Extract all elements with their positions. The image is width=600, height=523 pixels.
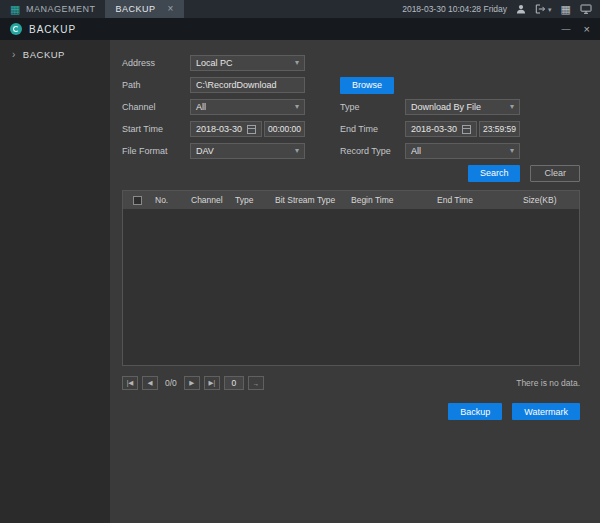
search-button[interactable]: Search bbox=[468, 165, 521, 182]
logout-icon[interactable]: ▾ bbox=[535, 4, 552, 14]
end-time-label: End Time bbox=[340, 124, 405, 134]
first-page-button[interactable]: |◀ bbox=[122, 376, 138, 390]
pagination: |◀ ◀ 0/0 ▶ ▶| 0 → There is no data. bbox=[122, 376, 580, 390]
prev-page-button[interactable]: ◀ bbox=[142, 376, 158, 390]
start-time-label: Start Time bbox=[122, 124, 190, 134]
file-format-value: DAV bbox=[196, 146, 214, 156]
backup-button[interactable]: Backup bbox=[448, 403, 502, 420]
channel-value: All bbox=[196, 102, 206, 112]
record-type-label: Record Type bbox=[340, 146, 405, 156]
end-time-input[interactable]: 23:59:59 bbox=[479, 121, 520, 137]
clear-button[interactable]: Clear bbox=[530, 165, 580, 182]
form-actions: Search Clear bbox=[122, 162, 580, 184]
record-type-select[interactable]: All ▾ bbox=[405, 143, 520, 159]
page-count-label: 0/0 bbox=[162, 378, 180, 388]
watermark-button[interactable]: Watermark bbox=[512, 403, 580, 420]
path-value: C:\RecordDownload bbox=[196, 80, 277, 90]
col-type: Type bbox=[231, 195, 271, 205]
title-bar: BACKUP — × bbox=[0, 18, 600, 40]
col-channel: Channel bbox=[187, 195, 231, 205]
backup-window: ▦ MANAGEMENT BACKUP × 2018-03-30 10:04:2… bbox=[0, 0, 600, 523]
file-format-label: File Format bbox=[122, 146, 190, 156]
form-row-format: File Format DAV ▾ Record Type All ▾ bbox=[122, 140, 580, 162]
last-page-button[interactable]: ▶| bbox=[204, 376, 220, 390]
file-format-select[interactable]: DAV ▾ bbox=[190, 143, 305, 159]
user-icon[interactable] bbox=[516, 4, 526, 14]
chevron-down-icon: ▾ bbox=[295, 147, 299, 155]
col-end-time: End Time bbox=[433, 195, 519, 205]
close-icon[interactable]: × bbox=[584, 23, 590, 35]
chevron-right-icon: › bbox=[12, 49, 16, 60]
path-input[interactable]: C:\RecordDownload bbox=[190, 77, 305, 93]
no-data-text: There is no data. bbox=[516, 378, 580, 388]
tab-management[interactable]: ▦ MANAGEMENT bbox=[0, 0, 105, 18]
sidebar-item-backup[interactable]: › BACKUP bbox=[0, 40, 110, 69]
col-size: Size(KB) bbox=[519, 195, 579, 205]
col-begin-time: Begin Time bbox=[347, 195, 433, 205]
apps-menu-icon[interactable]: ▦ bbox=[561, 4, 571, 15]
col-bitstream-type: Bit Stream Type bbox=[271, 195, 347, 205]
type-label: Type bbox=[340, 102, 405, 112]
main-panel: Address Local PC ▾ Path C:\RecordDownloa… bbox=[110, 40, 600, 523]
address-label: Address bbox=[122, 58, 190, 68]
select-all-checkbox[interactable] bbox=[133, 196, 142, 205]
path-label: Path bbox=[122, 80, 190, 90]
end-time-value: 23:59:59 bbox=[483, 124, 516, 134]
record-type-value: All bbox=[411, 146, 421, 156]
form-row-channel-type: Channel All ▾ Type Download By File ▾ bbox=[122, 96, 580, 118]
next-page-button[interactable]: ▶ bbox=[184, 376, 200, 390]
tab-close-icon[interactable]: × bbox=[167, 4, 173, 14]
go-page-button[interactable]: → bbox=[248, 376, 264, 390]
address-value: Local PC bbox=[196, 58, 233, 68]
tab-management-label: MANAGEMENT bbox=[26, 4, 96, 14]
page-number-input[interactable]: 0 bbox=[224, 376, 244, 390]
page-number-value: 0 bbox=[231, 378, 236, 388]
window-controls: — × bbox=[562, 23, 590, 35]
start-time-input[interactable]: 00:00:00 bbox=[264, 121, 305, 137]
type-value: Download By File bbox=[411, 102, 481, 112]
chevron-down-icon: ▾ bbox=[295, 103, 299, 111]
end-date-input[interactable]: 2018-03-30 bbox=[405, 121, 477, 137]
end-date-value: 2018-03-30 bbox=[411, 124, 457, 134]
monitor-icon[interactable] bbox=[580, 4, 592, 14]
type-select[interactable]: Download By File ▾ bbox=[405, 99, 520, 115]
address-select[interactable]: Local PC ▾ bbox=[190, 55, 305, 71]
channel-label: Channel bbox=[122, 102, 190, 112]
form-row-address: Address Local PC ▾ bbox=[122, 52, 580, 74]
table-body-empty bbox=[123, 209, 579, 365]
top-bar: ▦ MANAGEMENT BACKUP × 2018-03-30 10:04:2… bbox=[0, 0, 600, 18]
chevron-down-icon: ▾ bbox=[510, 103, 514, 111]
browse-button[interactable]: Browse bbox=[340, 77, 394, 94]
sidebar: › BACKUP bbox=[0, 40, 110, 523]
footer-actions: Backup Watermark bbox=[122, 403, 580, 420]
form-row-path: Path C:\RecordDownload Browse bbox=[122, 74, 580, 96]
col-no: No. bbox=[151, 195, 187, 205]
logout-caret-icon: ▾ bbox=[548, 6, 552, 13]
start-date-value: 2018-03-30 bbox=[196, 124, 242, 134]
sidebar-item-label: BACKUP bbox=[23, 49, 65, 60]
calendar-icon[interactable] bbox=[247, 125, 256, 134]
tab-backup[interactable]: BACKUP × bbox=[105, 0, 183, 18]
backup-title-icon bbox=[10, 23, 22, 35]
top-bar-right: 2018-03-30 10:04:28 Friday ▾ ▦ bbox=[402, 0, 600, 18]
page-title: BACKUP bbox=[29, 24, 76, 35]
apps-grid-icon: ▦ bbox=[10, 4, 21, 15]
chevron-down-icon: ▾ bbox=[295, 59, 299, 67]
form-row-time: Start Time 2018-03-30 00:00:00 End Time … bbox=[122, 118, 580, 140]
start-date-input[interactable]: 2018-03-30 bbox=[190, 121, 262, 137]
minimize-icon[interactable]: — bbox=[562, 24, 571, 34]
channel-select[interactable]: All ▾ bbox=[190, 99, 305, 115]
start-time-value: 00:00:00 bbox=[268, 124, 301, 134]
body: › BACKUP Address Local PC ▾ Path bbox=[0, 40, 600, 523]
chevron-down-icon: ▾ bbox=[510, 147, 514, 155]
datetime-text: 2018-03-30 10:04:28 Friday bbox=[402, 4, 507, 14]
calendar-icon[interactable] bbox=[462, 125, 471, 134]
results-table: No. Channel Type Bit Stream Type Begin T… bbox=[122, 190, 580, 366]
tab-backup-label: BACKUP bbox=[115, 4, 155, 14]
table-header-row: No. Channel Type Bit Stream Type Begin T… bbox=[123, 191, 579, 209]
